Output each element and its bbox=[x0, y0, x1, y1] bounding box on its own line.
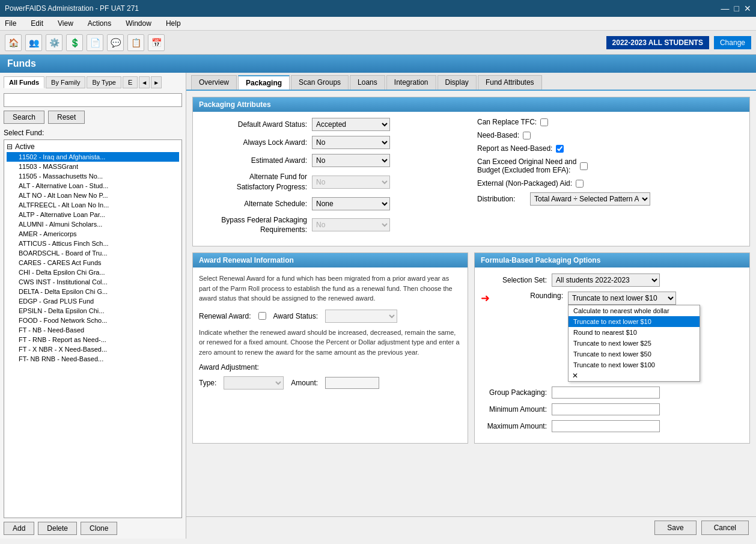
renewal-desc2: Indicate whether the renewed award shoul… bbox=[199, 328, 462, 358]
list-item[interactable]: CARES - CARES Act Funds bbox=[7, 258, 179, 267]
can-exceed-checkbox[interactable] bbox=[580, 162, 588, 170]
list-item[interactable]: EDGP - Grad PLUS Fund bbox=[7, 296, 179, 306]
tab-all-funds[interactable]: All Funds bbox=[4, 76, 44, 88]
list-item[interactable]: ALUMNI - Almuni Scholars... bbox=[7, 219, 179, 229]
max-amount-input[interactable] bbox=[552, 420, 660, 432]
bypass-row: Bypass Federal PackagingRequirements: No bbox=[199, 215, 465, 236]
distribution-select[interactable]: Total Award ÷ Selected Pattern A... bbox=[530, 192, 650, 206]
tab-overview[interactable]: Overview bbox=[191, 75, 237, 90]
need-based-checkbox[interactable] bbox=[523, 132, 531, 139]
rounding-option-4[interactable]: Truncate to next lower $25 bbox=[569, 338, 700, 349]
collapse-icon[interactable]: ⊟ bbox=[7, 142, 13, 151]
tab-display[interactable]: Display bbox=[437, 75, 477, 90]
tab-by-type[interactable]: By Type bbox=[87, 76, 121, 88]
rounding-dropdown-list[interactable]: Calculate to nearest whole dollar Trunca… bbox=[568, 305, 700, 382]
selection-set-select[interactable]: All students 2022-2023 bbox=[552, 274, 660, 287]
tab-by-family[interactable]: By Family bbox=[46, 76, 85, 88]
left-panel: All Funds By Family By Type E ◄ ► Search… bbox=[0, 73, 186, 539]
list-item[interactable]: CHI - Delta Epsilon Chi Gra... bbox=[7, 267, 179, 277]
report-need-based-checkbox[interactable] bbox=[556, 145, 564, 153]
list-item[interactable]: ALTP - Alternative Loan Par... bbox=[7, 210, 179, 219]
menu-window[interactable]: Window bbox=[123, 18, 154, 29]
estimated-award-select[interactable]: No bbox=[312, 154, 390, 167]
chat-icon[interactable]: 💬 bbox=[107, 34, 124, 51]
tab-loans[interactable]: Loans bbox=[350, 75, 385, 90]
close-btn[interactable]: ✕ bbox=[744, 4, 751, 13]
search-button[interactable]: Search bbox=[4, 111, 44, 124]
change-button[interactable]: Change bbox=[714, 36, 751, 49]
rounding-option-1[interactable]: Calculate to nearest whole dollar bbox=[569, 305, 700, 316]
search-input[interactable] bbox=[4, 93, 182, 107]
menu-bar: File Edit View Actions Window Help bbox=[0, 17, 756, 31]
renewal-award-checkbox[interactable] bbox=[258, 312, 266, 320]
list-item[interactable]: AMER - Americorps bbox=[7, 229, 179, 239]
list-item[interactable]: CWS INST - Institutional Col... bbox=[7, 277, 179, 287]
can-replace-tfc-checkbox[interactable] bbox=[540, 118, 548, 126]
clone-button[interactable]: Clone bbox=[81, 522, 117, 535]
list-item[interactable]: DELTA - Delta Epsilon Chi G... bbox=[7, 287, 179, 296]
tab-integration[interactable]: Integration bbox=[386, 75, 436, 90]
award-renewal-header: Award Renewal Information bbox=[193, 253, 468, 267]
rounding-option-2[interactable]: Truncate to next lower $10 bbox=[569, 316, 700, 327]
search-btn-row: Search Reset bbox=[4, 111, 182, 124]
list-item[interactable]: ALT NO - Alt Loan New No P... bbox=[7, 191, 179, 200]
rounding-option-6[interactable]: Truncate to next lower $100 bbox=[569, 359, 700, 370]
list-item[interactable]: FT - NB - Need-Based bbox=[7, 325, 179, 335]
estimated-award-label: Estimated Award: bbox=[199, 156, 307, 165]
save-button[interactable]: Save bbox=[654, 521, 696, 535]
alt-schedule-select[interactable]: None bbox=[312, 197, 390, 210]
toolbar-icons: 🏠 👥 ⚙️ 💲 📄 💬 📋 📅 bbox=[5, 34, 165, 51]
list-item[interactable]: ALTFREECL - Alt Loan No In... bbox=[7, 200, 179, 210]
settings-icon[interactable]: ⚙️ bbox=[46, 34, 62, 51]
min-amount-input[interactable] bbox=[552, 403, 660, 415]
delete-button[interactable]: Delete bbox=[38, 522, 77, 535]
page-icon[interactable]: 📋 bbox=[127, 34, 144, 51]
list-item[interactable]: FT - X NBR - X Need-Based... bbox=[7, 344, 179, 354]
list-item[interactable]: BOARDSCHL - Board of Tru... bbox=[7, 248, 179, 258]
renewal-desc1: Select Renewal Award for a fund which ha… bbox=[199, 274, 462, 304]
list-item[interactable]: ALT - Alternative Loan - Stud... bbox=[7, 181, 179, 191]
toolbar: 🏠 👥 ⚙️ 💲 📄 💬 📋 📅 2022-2023 ALL STUDENTS … bbox=[0, 31, 756, 55]
reset-button[interactable]: Reset bbox=[48, 111, 85, 124]
maximize-btn[interactable]: □ bbox=[734, 4, 739, 13]
rounding-select[interactable]: Truncate to next lower $10 bbox=[568, 292, 676, 305]
fund-list[interactable]: ⊟ Active 11502 - Iraq and Afghanista... … bbox=[4, 139, 182, 518]
tab-prev[interactable]: ◄ bbox=[139, 76, 150, 88]
menu-actions[interactable]: Actions bbox=[85, 18, 114, 29]
people-icon[interactable]: 👥 bbox=[25, 34, 42, 51]
add-button[interactable]: Add bbox=[4, 522, 34, 535]
list-item[interactable]: FOOD - Food Network Scho... bbox=[7, 316, 179, 325]
list-item[interactable]: FT - RNB - Report as Need-... bbox=[7, 335, 179, 344]
menu-help[interactable]: Help bbox=[163, 18, 183, 29]
rounding-option-5[interactable]: Truncate to next lower $50 bbox=[569, 349, 700, 359]
always-lock-select[interactable]: No bbox=[312, 136, 390, 149]
award-adjustment-label: Award Adjustment: bbox=[199, 363, 259, 371]
list-item[interactable]: 11503 - MASSGrant bbox=[7, 162, 179, 171]
list-item[interactable]: FT- NB RNB - Need-Based... bbox=[7, 354, 179, 364]
packaging-col-left: Default Award Status: Accepted Always Lo… bbox=[199, 118, 465, 240]
calendar-icon[interactable]: 📅 bbox=[148, 34, 165, 51]
rounding-option-3[interactable]: Round to nearest $10 bbox=[569, 327, 700, 338]
award-renewal-section: Award Renewal Information Select Renewal… bbox=[192, 252, 468, 444]
list-item[interactable]: 11505 - Massachusetts No... bbox=[7, 171, 179, 181]
tab-extra[interactable]: E bbox=[123, 76, 138, 88]
group-packaging-input[interactable] bbox=[552, 387, 660, 399]
minimize-btn[interactable]: — bbox=[721, 4, 730, 13]
menu-view[interactable]: View bbox=[55, 18, 76, 29]
list-item[interactable]: ATTICUS - Atticus Finch Sch... bbox=[7, 239, 179, 248]
tab-packaging[interactable]: Packaging bbox=[238, 75, 290, 90]
tab-fund-attributes[interactable]: Fund Attributes bbox=[478, 75, 542, 90]
dollar-icon[interactable]: 💲 bbox=[66, 34, 83, 51]
list-item[interactable]: EPSILN - Delta Epsilon Chi... bbox=[7, 306, 179, 316]
rounding-dropdown-close[interactable]: ✕ bbox=[569, 370, 700, 381]
menu-file[interactable]: File bbox=[2, 18, 19, 29]
home-icon[interactable]: 🏠 bbox=[5, 34, 22, 51]
tab-next[interactable]: ► bbox=[151, 76, 162, 88]
list-item[interactable]: 11502 - Iraq and Afghanista... bbox=[7, 152, 179, 162]
cancel-button[interactable]: Cancel bbox=[701, 521, 749, 535]
default-award-select[interactable]: Accepted bbox=[312, 118, 390, 131]
menu-edit[interactable]: Edit bbox=[28, 18, 46, 29]
external-aid-checkbox[interactable] bbox=[576, 180, 584, 188]
document-icon[interactable]: 📄 bbox=[87, 34, 103, 51]
tab-scan-groups[interactable]: Scan Groups bbox=[291, 75, 349, 90]
